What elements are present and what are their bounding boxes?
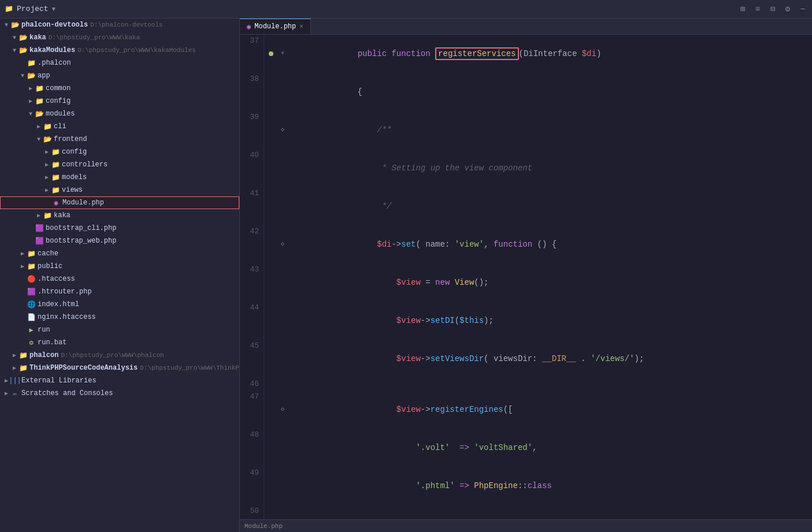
tree-item-kakaModules[interactable]: ▼ 📂 kakaModules D:\phpstudy_pro\WWW\kaka…: [0, 44, 239, 57]
tab-module-php[interactable]: ◉ Module.php ×: [240, 18, 311, 34]
folder-icon-cache: 📁: [27, 249, 36, 258]
label-cli: cli: [54, 122, 66, 131]
code-50: ]);: [287, 505, 812, 519]
code-line-47: 47 ◇ $view->registerEngines([: [240, 390, 812, 429]
label-module-php: Module.php: [62, 199, 104, 207]
arrow-modules: ▼: [27, 110, 35, 118]
minimize-icon[interactable]: −: [798, 5, 807, 14]
tree-item-module-php[interactable]: ◉ Module.php: [0, 196, 239, 209]
file-tree: ▼ 📂 phalcon-devtools D:\phalcon-devtools…: [0, 18, 239, 532]
arrow-views: ▶: [43, 186, 51, 194]
arrow-frontend: ▼: [35, 135, 43, 143]
gutter-50: [264, 505, 278, 519]
code-editor[interactable]: 37 ▼ public function registerServices(Di…: [240, 35, 812, 519]
tree-item-kaka-inner[interactable]: ▶ 📁 kaka: [0, 209, 239, 222]
ext-libs-icon: |||: [10, 376, 20, 385]
tab-close-button[interactable]: ×: [299, 23, 303, 30]
tab-label: Module.php: [254, 23, 296, 31]
folder-icon-kakaModules: 📂: [18, 46, 28, 55]
tree-item-cli[interactable]: ▶ 📁 cli: [0, 120, 239, 133]
label-public: public: [38, 262, 62, 270]
line-num-39: 39: [240, 111, 264, 149]
arrow-phalcon-devtools: ▼: [2, 21, 10, 29]
fold-48: [278, 429, 287, 467]
arrow-htrouter: [18, 288, 27, 296]
tree-item-dotphalcon[interactable]: 📁 .phalcon: [0, 57, 239, 69]
fold-37[interactable]: ▼: [278, 35, 287, 73]
fold-39[interactable]: ◇: [278, 111, 287, 149]
status-bar: Module.php: [240, 519, 812, 532]
arrow-module-php: [43, 199, 51, 207]
label-views: views: [62, 186, 83, 194]
arrow-scratches: ▶: [2, 389, 10, 397]
top-bar: 📁 Project ▼ ⊞ ≡ ⊟ ⚙ −: [0, 0, 812, 18]
fold-44: [278, 302, 287, 340]
filter-icon[interactable]: ⊟: [768, 5, 777, 14]
tree-item-config[interactable]: ▶ 📁 config: [0, 95, 239, 107]
tab-php-icon: ◉: [247, 23, 251, 31]
tree-item-thinkphp[interactable]: ▶ 📁 ThinkPHPSourceCodeAnalysis D:\phpstu…: [0, 362, 239, 374]
tree-item-public[interactable]: ▶ 📁 public: [0, 260, 239, 273]
folder-icon-common: 📁: [35, 84, 44, 93]
tree-item-run[interactable]: ▶ run: [0, 323, 239, 336]
tree-item-frontend[interactable]: ▼ 📂 frontend: [0, 133, 239, 146]
file-icon-htaccess: 🔴: [27, 274, 36, 284]
fn-registerServices: registerServices: [435, 47, 518, 60]
sort-icon[interactable]: ≡: [753, 5, 762, 14]
tree-item-run-bat[interactable]: ⚙ run.bat: [0, 336, 239, 349]
fold-47[interactable]: ◇: [278, 390, 287, 429]
fold-49: [278, 467, 287, 505]
breakpoint-green-37[interactable]: [269, 51, 273, 56]
run-icon: ▶: [27, 325, 36, 334]
tree-item-bootstrap-web[interactable]: 🟪 bootstrap_web.php: [0, 235, 239, 247]
tree-item-controllers[interactable]: ▶ 📁 controllers: [0, 158, 239, 171]
tree-item-nginx-htaccess[interactable]: 📄 nginx.htaccess: [0, 311, 239, 323]
code-line-42: 42 ◇ $di->set( name: 'view', function ()…: [240, 225, 812, 263]
tree-item-views[interactable]: ▶ 📁 views: [0, 184, 239, 196]
label-thinkphp: ThinkPHPSourceCodeAnalysis: [29, 364, 138, 372]
label-index-html: index.html: [38, 300, 79, 308]
folder-icon-frontend: 📂: [43, 135, 52, 144]
label-cache: cache: [38, 250, 58, 258]
folder-icon-cli: 📁: [43, 122, 52, 131]
tree-item-models[interactable]: ▶ 📁 models: [0, 171, 239, 184]
tree-item-phalcon-root[interactable]: ▶ 📁 phalcon D:\phpstudy_pro\WWW\phalcon: [0, 349, 239, 362]
fold-42[interactable]: ◇: [278, 225, 287, 263]
tree-item-htaccess[interactable]: 🔴 .htaccess: [0, 273, 239, 285]
label-run-bat: run.bat: [38, 338, 66, 347]
structure-icon[interactable]: ⊞: [738, 5, 747, 14]
tree-item-index-html[interactable]: 🌐 index.html: [0, 298, 239, 311]
tree-item-ext-libs[interactable]: ▶ ||| External Libraries: [0, 374, 239, 387]
project-title[interactable]: 📁 Project ▼: [5, 5, 55, 13]
code-line-46: 46: [240, 378, 812, 390]
php-icon-bootstrap-cli: 🟪: [35, 224, 44, 233]
gutter-44: [264, 302, 278, 340]
tree-item-cache[interactable]: ▶ 📁 cache: [0, 247, 239, 260]
tree-item-htrouter[interactable]: 🟪 .htrouter.php: [0, 285, 239, 298]
project-label: Project: [17, 5, 49, 13]
gutter-38: [264, 73, 278, 111]
line-num-44: 44: [240, 302, 264, 340]
tree-item-modules[interactable]: ▼ 📂 modules: [0, 107, 239, 120]
settings-icon[interactable]: ⚙: [783, 5, 792, 14]
code-48: '.volt' => 'voltShared',: [287, 429, 812, 467]
line-num-50: 50: [240, 505, 264, 519]
tree-item-common[interactable]: ▶ 📁 common: [0, 82, 239, 95]
label-common: common: [46, 84, 71, 92]
code-line-50: 50 ]);: [240, 505, 812, 519]
main-layout: ▼ 📂 phalcon-devtools D:\phalcon-devtools…: [0, 18, 812, 532]
tree-item-scratches[interactable]: ▶ ✏ Scratches and Consoles: [0, 387, 239, 400]
tree-item-kaka[interactable]: ▼ 📂 kaka D:\phpstudy_pro\WWW\kaka: [0, 31, 239, 44]
code-line-49: 49 '.phtml' => PhpEngine::class: [240, 467, 812, 505]
label-nginx-htaccess: nginx.htaccess: [38, 313, 96, 321]
folder-icon-kaka-inner: 📁: [43, 211, 52, 220]
code-line-37: 37 ▼ public function registerServices(Di…: [240, 35, 812, 73]
arrow-cli: ▶: [35, 122, 43, 131]
tree-item-phalcon-devtools[interactable]: ▼ 📂 phalcon-devtools D:\phalcon-devtools: [0, 18, 239, 31]
tree-item-config-inner[interactable]: ▶ 📁 config: [0, 146, 239, 158]
project-dropdown-arrow[interactable]: ▼: [52, 6, 56, 13]
label-config: config: [46, 97, 71, 105]
tree-item-app[interactable]: ▼ 📂 app: [0, 69, 239, 82]
label-dotphalcon: .phalcon: [38, 59, 71, 67]
tree-item-bootstrap-cli[interactable]: 🟪 bootstrap_cli.php: [0, 222, 239, 235]
